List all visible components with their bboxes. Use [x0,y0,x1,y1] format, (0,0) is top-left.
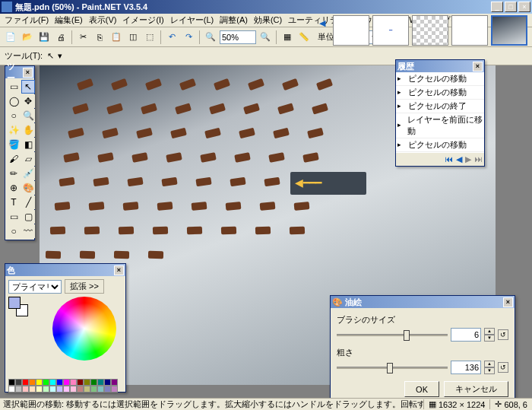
palette-swatch[interactable] [49,379,56,386]
cut-icon[interactable]: ✂ [75,30,90,45]
zoom-input[interactable] [220,30,256,44]
save-icon[interactable]: 💾 [36,30,52,45]
color-wheel[interactable] [52,297,116,361]
dialog-close-icon[interactable]: × [503,297,513,307]
crop-icon[interactable]: ◫ [125,30,141,45]
palette-swatch[interactable] [97,386,104,393]
coarseness-stepper[interactable]: ▲▼ [484,361,495,374]
tool-ellipse-select[interactable]: ○ [7,109,21,122]
zoomin-icon[interactable]: 🔍 [258,30,273,45]
paste-icon[interactable]: 📋 [109,30,124,45]
tool-recolor[interactable]: 🎨 [21,181,35,195]
palette-swatch[interactable] [15,379,22,386]
palette-swatch[interactable] [29,379,36,386]
print-icon[interactable]: 🖨 [53,30,68,45]
menu-view[interactable]: 表示(V) [86,13,120,27]
history-list[interactable]: ▸ピクセルの移動▸ピクセルの移動▸ピクセルの終了▸レイヤーを前面に移動▸ピクセル… [396,72,484,153]
brush-size-stepper[interactable]: ▲▼ [484,328,495,342]
palette-swatch[interactable] [8,386,15,393]
tool-line[interactable]: ╱ [21,195,35,209]
thumbnail-4[interactable] [451,15,488,46]
thumbnail-1[interactable] [333,15,369,46]
palette-swatch[interactable] [77,379,84,386]
tool-text[interactable]: T [7,195,21,209]
history-item[interactable]: ▸ピクセルの終了 [396,100,484,113]
tool-roundrect[interactable]: ▢ [21,210,35,224]
menu-effects[interactable]: 効果(C) [251,13,285,27]
copy-icon[interactable]: ⎘ [92,30,107,45]
tool-fill[interactable]: 🪣 [7,138,21,151]
palette-swatch[interactable] [90,379,97,386]
tool-wand[interactable]: ✨ [7,123,21,137]
coarseness-input[interactable] [451,361,481,374]
palette-swatch[interactable] [84,386,90,393]
tool-pan[interactable]: ✋ [21,123,35,137]
palette-swatch[interactable] [104,379,111,386]
tool-eraser[interactable]: ▱ [21,152,35,166]
thumbnail-5[interactable] [491,15,527,46]
colors-expand-button[interactable]: 拡張 >> [65,279,104,294]
history-item[interactable]: ▸ピクセルの移動 [396,72,484,86]
palette-swatch[interactable] [111,386,118,393]
ok-button[interactable]: OK [404,381,439,397]
menu-edit[interactable]: 編集(E) [52,13,86,27]
palette-swatch[interactable] [22,379,29,386]
tool-lasso[interactable]: ◯ [7,94,21,108]
tool-rect-select[interactable]: ▭ [7,80,21,94]
coarseness-reset-icon[interactable]: ↺ [498,362,508,373]
palette-swatch[interactable] [104,386,111,393]
thumbnail-3[interactable] [412,15,448,46]
tools-close-icon[interactable]: × [23,68,33,78]
palette-swatch[interactable] [43,386,49,393]
history-item[interactable]: ▸レイヤーを前面に移動 [396,113,484,138]
tool-brush[interactable]: 🖌 [7,152,21,166]
tool-clone[interactable]: ⊕ [7,181,21,195]
palette-swatch[interactable] [70,386,77,393]
brush-size-input[interactable] [451,328,481,342]
undo-icon[interactable]: ↶ [164,30,179,45]
history-rewind-icon[interactable]: ⏮ [445,154,453,164]
palette-swatch[interactable] [63,379,70,386]
active-tool-icon[interactable]: ↖ [43,49,58,64]
cancel-button[interactable]: キャンセル [444,381,508,397]
coarseness-slider[interactable] [337,360,448,375]
palette-swatch[interactable] [8,379,15,386]
zoomout-icon[interactable]: 🔍 [203,30,218,45]
tool-picker[interactable]: 💉 [21,167,35,180]
tool-ellipse[interactable]: ○ [7,224,21,238]
palette-swatch[interactable] [111,379,118,386]
palette-swatch[interactable] [29,386,36,393]
tool-move-selection[interactable]: ↖ [21,80,35,94]
open-icon[interactable]: 📂 [20,30,35,45]
new-icon[interactable]: 📄 [3,30,18,45]
color-swatches[interactable] [8,297,31,319]
history-forward-icon[interactable]: ▶ [465,154,471,164]
redo-icon[interactable]: ↷ [181,30,196,45]
tool-move[interactable]: ✥ [21,94,35,108]
history-close-icon[interactable]: × [473,62,483,72]
color-mode-select[interactable]: プライマリ色 [8,280,62,294]
close-button[interactable]: × [518,2,530,12]
history-back-icon[interactable]: ◀ [456,154,462,164]
palette-swatch[interactable] [77,386,84,393]
history-item[interactable]: ▸ピクセルの移動 [396,138,484,152]
palette-swatch[interactable] [22,386,29,393]
menu-image[interactable]: イメージ(I) [119,13,166,27]
palette-swatch[interactable] [43,379,49,386]
tool-freeform[interactable]: 〰 [21,224,35,238]
palette-swatch[interactable] [63,386,70,393]
ruler-icon[interactable]: 📏 [296,30,312,45]
grid-icon[interactable]: ▦ [280,30,295,45]
palette-swatch[interactable] [84,379,90,386]
menu-layers[interactable]: レイヤー(L) [167,13,217,27]
palette-swatch[interactable] [90,386,97,393]
history-item[interactable]: ▸ピクセルの移動 [396,86,484,100]
palette-swatch[interactable] [56,379,63,386]
color-palette[interactable] [8,379,122,393]
menu-file[interactable]: ファイル(F) [2,13,52,27]
thumb-prev-icon[interactable]: ◀ [315,15,330,30]
tool-rect[interactable]: ▭ [7,210,21,224]
palette-swatch[interactable] [97,379,104,386]
tool-gradient[interactable]: ◧ [21,138,35,151]
palette-swatch[interactable] [56,386,63,393]
